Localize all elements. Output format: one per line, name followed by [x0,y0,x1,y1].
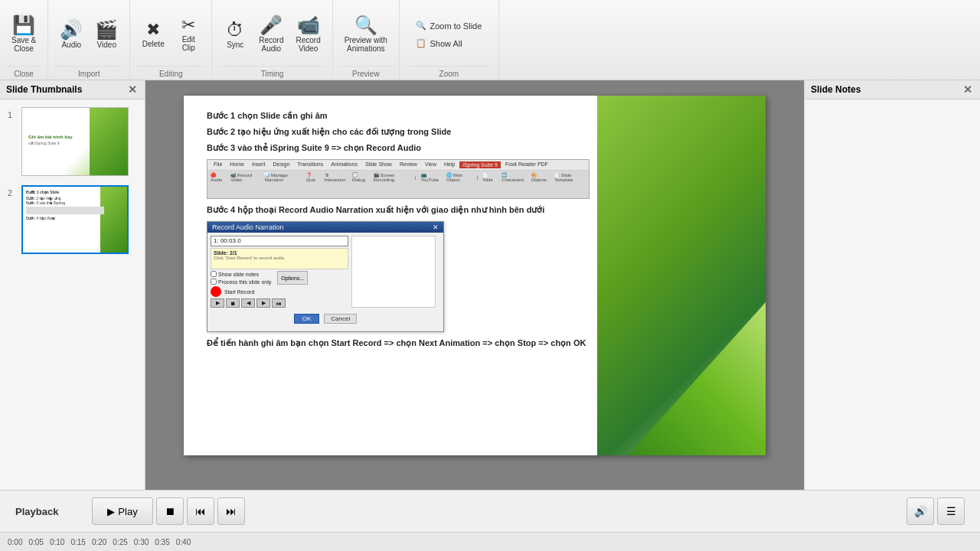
dialog-ok-button[interactable]: OK [294,314,320,324]
slide-dialog-title: Record Audio Narration ✕ [207,222,443,233]
video-icon: 🎬 [95,21,118,39]
play-icon: ▶ [107,506,115,517]
next-btn-mini[interactable]: ▶ [256,298,270,308]
forward-button[interactable]: ⏭ [217,497,245,525]
timeline-marker-1: 0:05 [28,538,43,546]
thumbnails-panel-close[interactable]: ✕ [126,83,139,96]
volume-icon: 🔊 [914,505,927,517]
preview-icon: 🔍 [354,16,377,34]
slide-dialog-timer: 1: 00:03.0 [211,236,348,246]
record-video-icon: 📹 [297,16,320,34]
audio-icon: 🔊 [60,21,83,39]
list-icon: ☰ [946,505,956,517]
zoom-to-slide-button[interactable]: 🔍 Zoom to Slide [410,18,487,33]
notes-panel-title: Slide Notes [811,84,861,95]
thumbnails-panel-header: Slide Thumbnails ✕ [0,80,145,99]
timeline-bar: 0:00 0:05 0:10 0:15 0:20 0:25 0:30 0:35 … [0,532,980,551]
show-all-icon: 📋 [416,38,426,48]
toolbar-preview-label: Preview [339,66,393,80]
stop-button[interactable]: ⏹ [156,497,184,525]
slide-text-content: Bước 1 chọn Slide cần ghi âm Bước 2 tạo … [207,111,635,354]
slide-dialog-footer: OK Cancel [207,311,443,327]
timeline-marker-3: 0:15 [70,538,85,546]
rewind-button[interactable]: ⏮ [187,497,214,525]
main-area: Slide Thumbnails ✕ 1 Ghi âm bài trình bà… [0,80,980,490]
timeline-marker-7: 0:35 [155,538,169,546]
toolbar-zoom-label: Zoom [409,66,489,80]
audio-button[interactable]: 🔊 Audio [54,17,88,53]
timeline-marker-5: 0:25 [113,538,127,546]
toolbar-group-preview: 🔍 Preview withAnimations Preview [333,0,400,80]
toolbar: 💾 Save & Close Close 🔊 Audio 🎬 Video Imp… [0,0,980,80]
mini-toolbar-image: File Home Insert Design Transitions Anim… [207,159,590,199]
thumbnails-panel-title: Slide Thumbnails [6,84,82,95]
extra-controls: 🔊 ☰ [906,497,965,525]
save-close-button[interactable]: 💾 Save & Close [6,12,41,57]
playback-bar: Playback ▶ Play ⏹ ⏮ ⏭ 🔊 ☰ [0,490,980,532]
play-btn-mini[interactable]: ▶ [211,298,224,308]
slide-record-row: Start Record [211,286,348,297]
thumbnail-item-1[interactable]: 1 Ghi âm bài trình bày với iSpring Suite… [6,106,139,178]
thumbnail-num-1: 1 [8,110,17,119]
show-all-button[interactable]: 📋 Show All [410,36,487,51]
slide-step-1: Bước 1 chọn Slide cần ghi âm [207,111,635,121]
toolbar-import-label: Import [54,66,123,80]
start-record-label: Start Record [224,289,254,295]
dialog-cancel-button[interactable]: Cancel [324,314,357,324]
prev-btn-mini[interactable]: ◀ [241,298,255,308]
edit-clip-button[interactable]: ✂ EditClip [172,13,205,56]
toolbar-close-label: Close [6,66,41,80]
slide-dialog-left: 1: 00:03.0 Slide: 2/1 Click 'Start Recor… [211,236,348,308]
slide-dialog-right [351,236,436,308]
process-slide-checkbox[interactable] [211,279,217,285]
preview-animations-button[interactable]: 🔍 Preview withAnimations [339,12,393,57]
timeline-marker-4: 0:20 [92,538,106,546]
video-button[interactable]: 🎬 Video [90,17,123,53]
sync-button[interactable]: ⏱ Sync [218,17,252,53]
toolbar-group-import: 🔊 Audio 🎬 Video Import [48,0,130,80]
slide-playback-btns: ▶ ⏹ ◀ ▶ ⏭ [211,298,348,308]
toolbar-editing-label: Editing [136,66,205,80]
timeline-marker-2: 0:10 [50,538,64,546]
stop-btn-mini[interactable]: ⏹ [226,298,240,308]
sync-icon: ⏱ [226,21,244,39]
timeline-marker-0: 0:00 [8,538,22,546]
edit-clip-icon: ✂ [181,17,195,34]
thumbnail-img-2: Bước 1 chọn Slide Bước 2 tạo hiệu ứng Bư… [21,185,129,254]
extra-btn-1[interactable]: 🔊 [906,497,934,525]
slide-step-5: Để tiến hành ghi âm bạn chọn Start Recor… [207,338,635,348]
forward-icon: ⏭ [226,505,237,517]
slide-step-2: Bước 2 tạo hiệu ứng xuất hiện cho các đố… [207,127,635,137]
slide-area: Bước 1 chọn Slide cần ghi âm Bước 2 tạo … [145,80,804,490]
slide-step-3: Bước 3 vào thẻ iSpring Suite 9 => chọn R… [207,143,635,153]
thumbnail-item-2[interactable]: 2 Bước 1 chọn Slide Bước 2 tạo hiệu ứng … [6,184,139,256]
slide-dialog-slide-info: Slide: 2/1 Click 'Start Record' to recor… [211,248,348,269]
slide-step-4: Bước 4 hộp thoại Record Audio Narration … [207,205,635,215]
show-notes-checkbox[interactable] [211,271,217,277]
delete-button[interactable]: ✖ Delete [136,18,170,52]
rewind-icon: ⏮ [195,505,206,517]
toolbar-group-timing: ⏱ Sync 🎤 RecordAudio 📹 RecordVideo Timin… [212,0,333,80]
timeline-marker-6: 0:30 [134,538,149,546]
notes-panel-close[interactable]: ✕ [962,83,974,96]
save-close-icon: 💾 [12,16,35,34]
record-video-button[interactable]: 📹 RecordVideo [291,12,326,57]
thumbnail-list: 1 Ghi âm bài trình bày với iSpring Suite… [0,99,145,490]
toolbar-timing-label: Timing [218,66,326,80]
slide-canvas: Bước 1 chọn Slide cần ghi âm Bước 2 tạo … [184,96,766,455]
slide-dialog-body: 1: 00:03.0 Slide: 2/1 Click 'Start Recor… [207,233,443,311]
stop-icon: ⏹ [165,505,175,517]
toolbar-group-close: 💾 Save & Close Close [0,0,48,80]
delete-icon: ✖ [146,21,160,38]
play-button[interactable]: ▶ Play [92,497,153,525]
options-button[interactable]: Options... [277,271,308,285]
record-audio-button[interactable]: 🎤 RecordAudio [253,12,289,57]
slide-dialog: Record Audio Narration ✕ 1: 00:03.0 Slid… [207,221,444,332]
end-btn-mini[interactable]: ⏭ [272,298,286,308]
notes-panel: Slide Notes ✕ [804,80,980,490]
timeline-marker-8: 0:40 [176,538,191,546]
playback-controls: ▶ Play ⏹ ⏮ ⏭ [92,497,245,525]
extra-btn-2[interactable]: ☰ [937,497,965,525]
record-audio-icon: 🎤 [260,16,283,34]
toolbar-group-editing: ✖ Delete ✂ EditClip Editing [130,0,212,80]
